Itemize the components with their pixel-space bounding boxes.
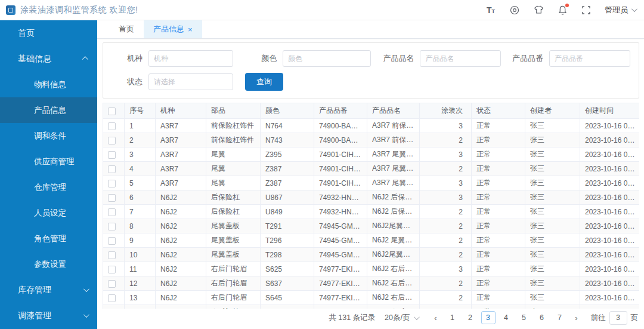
user-name: 管理员 (605, 5, 628, 16)
sidebar-item-label: 仓库管理 (34, 182, 66, 193)
sidebar-item-5[interactable]: 供应商管理 (0, 149, 97, 174)
table-row[interactable]: 6N6J2后保险杠U86774932-HNMP0...N6J2 后保险杠...3… (103, 190, 640, 205)
table-cell: N743 (261, 133, 314, 147)
table-row[interactable]: 1A3R7前保险杠饰件N76474900-BAHG00...A3R7 前保险杠.… (103, 119, 640, 133)
sidebar-item-4[interactable]: 调和条件 (0, 123, 97, 149)
table-cell: N6J2尾翼盖板... (367, 219, 420, 233)
row-checkbox[interactable] (108, 294, 116, 302)
sidebar-item-6[interactable]: 仓库管理 (0, 174, 97, 200)
sidebar-item-7[interactable]: 人员设定 (0, 200, 97, 226)
search-button[interactable]: 查询 (245, 73, 283, 91)
table-row[interactable]: 13N6J2右后门轮眉S64574977-EKIJM0...N6J2 右后门轮.… (103, 291, 640, 305)
table-cell: A3R7 (156, 176, 206, 190)
row-checkbox[interactable] (108, 194, 116, 202)
sidebar-item-1[interactable]: 基础信息 (0, 46, 97, 72)
row-checkbox[interactable] (108, 122, 116, 130)
sidebar-item-11[interactable]: 调漆管理 (0, 303, 97, 328)
sidebar-item-2[interactable]: 物料信息 (0, 72, 97, 97)
sidebar-item-label: 角色管理 (34, 233, 66, 244)
row-checkbox[interactable] (108, 165, 116, 173)
product-table-wrap: 序号机种部品颜色产品品番产品品名涂装次状态创建者创建时间 1A3R7前保险杠饰件… (103, 103, 639, 309)
tab-label: 首页 (119, 24, 134, 35)
row-checkbox[interactable] (108, 266, 116, 273)
table-cell: N6J2 右后门轮... (367, 291, 420, 305)
page-size-select[interactable]: 20条/页 (385, 313, 417, 323)
page-number-3[interactable]: 3 (481, 311, 496, 324)
jump-suffix: 页 (631, 313, 639, 323)
table-row[interactable]: 4A3R7尾翼Z38774901-CIHK00...A3R7 尾翼Z387...… (103, 162, 640, 176)
machine-input[interactable] (148, 50, 233, 67)
sidebar-item-0[interactable]: 首页 (0, 20, 97, 46)
table-cell: N6J2 尾翼盖板... (367, 233, 420, 248)
select-all-checkbox[interactable] (108, 107, 116, 115)
row-checkbox[interactable] (108, 223, 116, 230)
color-input[interactable] (283, 50, 371, 67)
table-row[interactable]: 5A3R7尾翼Z38774901-CIHK00...A3R7 尾翼Z387...… (103, 176, 640, 190)
row-checkbox[interactable] (108, 151, 116, 159)
tab-product-info[interactable]: 产品信息 × (144, 20, 202, 38)
page-number-4[interactable]: 4 (499, 311, 513, 324)
product-name-input[interactable] (420, 50, 501, 67)
column-header: 序号 (125, 103, 156, 119)
prev-page-button[interactable]: ‹ (430, 313, 442, 322)
sidebar-item-10[interactable]: 库存管理 (0, 277, 97, 303)
sidebar-item-8[interactable]: 角色管理 (0, 226, 97, 251)
table-cell: 正常 (472, 133, 525, 147)
page-number-1[interactable]: 1 (445, 311, 460, 324)
next-page-button[interactable]: › (571, 313, 583, 322)
font-size-icon[interactable]: TT (485, 5, 496, 16)
table-cell: 正常 (472, 233, 525, 248)
table-cell: 74901-CIHK00... (314, 147, 367, 162)
table-cell: A3R7 尾翼Z395... (367, 147, 420, 162)
table-cell: 2 (125, 133, 156, 147)
tab-close-icon[interactable]: × (188, 26, 193, 33)
user-menu[interactable]: 管理员 (605, 5, 636, 16)
sidebar-item-3[interactable]: 产品信息 (0, 97, 97, 123)
tab-home[interactable]: 首页 (109, 20, 144, 38)
guide-icon[interactable] (509, 5, 520, 16)
table-row[interactable]: 9N6J2尾翼盖板T29674945-GMLO0...N6J2 尾翼盖板...2… (103, 233, 640, 248)
page-number-7[interactable]: 7 (553, 311, 567, 324)
table-cell: 2 (420, 205, 472, 219)
jump-page-input[interactable] (609, 311, 627, 325)
notification-bell-icon[interactable] (557, 5, 568, 16)
sidebar-item-9[interactable]: 参数设置 (0, 251, 97, 277)
row-checkbox[interactable] (108, 208, 116, 216)
filter-status: 状态 (103, 73, 233, 90)
table-cell: 13 (125, 291, 156, 305)
notification-badge (565, 4, 569, 7)
main-content: 首页 产品信息 × 机种 颜色 (97, 20, 644, 329)
table-row[interactable]: 10N6J2尾翼盖板T29874945-GMLO0...N6J2尾翼盖板...2… (103, 248, 640, 262)
page-number-2[interactable]: 2 (463, 311, 478, 324)
table-row[interactable]: 8N6J2尾翼盖板T29174945-GMLO0...N6J2尾翼盖板...2正… (103, 219, 640, 233)
status-select[interactable] (148, 73, 233, 90)
product-no-input[interactable] (549, 50, 630, 67)
table-cell: 2023-10-16 00:... (580, 190, 640, 205)
table-cell: 2 (420, 133, 472, 147)
row-checkbox[interactable] (108, 180, 116, 187)
row-checkbox[interactable] (108, 280, 116, 288)
row-checkbox[interactable] (108, 237, 116, 245)
sidebar: 首页基础信息物料信息产品信息调和条件供应商管理仓库管理人员设定角色管理参数设置库… (0, 20, 97, 329)
table-cell: 2023-10-16 00:... (580, 248, 640, 262)
table-row[interactable]: 7N6J2后保险杠U84974932-HNMP0...N6J2 后保险杠...2… (103, 205, 640, 219)
table-row[interactable]: 12N6J2右后门轮眉S63774977-EKIJM0...N6J2 右后门轮.… (103, 276, 640, 291)
page-number-6[interactable]: 6 (535, 311, 549, 324)
page-number-5[interactable]: 5 (517, 311, 531, 324)
table-cell: 2023-10-16 00:... (580, 219, 640, 233)
table-row[interactable]: 3A3R7尾翼Z39574901-CIHK00...A3R7 尾翼Z395...… (103, 147, 640, 162)
table-cell: 2023-10-16 00:... (580, 147, 640, 162)
table-cell: 74901-CIHK00... (314, 162, 367, 176)
row-checkbox[interactable] (108, 137, 116, 144)
table-cell: A3R7 (156, 119, 206, 133)
table-row[interactable]: 2A3R7前保险杠饰件N74374900-BAHG00...A3R7 前保险杠.… (103, 133, 640, 147)
table-cell: 正常 (472, 147, 525, 162)
table-cell: Z387 (261, 176, 314, 190)
chevron-down-icon (631, 6, 637, 12)
theme-skin-icon[interactable] (533, 5, 544, 16)
fullscreen-icon[interactable] (581, 5, 592, 16)
table-cell: N6J2 (156, 205, 206, 219)
column-header: 状态 (472, 103, 525, 119)
row-checkbox[interactable] (108, 251, 116, 259)
table-row[interactable]: 11N6J2右后门轮眉S62574977-EKIJM0...N6J2 右后门轮.… (103, 262, 640, 276)
